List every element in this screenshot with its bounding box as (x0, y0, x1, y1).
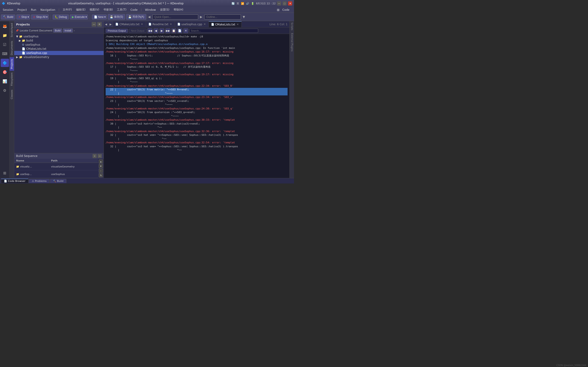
maximize-button[interactable]: □ (283, 1, 287, 6)
editor-area: ◀ ▶ 📄 CMakeLists.txt ✕ 📄 Readme.txt ✕ 📄 … (104, 21, 289, 178)
output-line: /home/evening/slam/slambook-master/ch4/u… (106, 35, 288, 39)
output-clear-button[interactable]: 📄 (177, 28, 182, 33)
vtab-filesystem[interactable]: Filesystem (10, 71, 14, 88)
vtab-projects[interactable]: Projects (10, 57, 14, 71)
output-content[interactable]: /home/evening/slam/slambook-master/ch4/u… (104, 34, 289, 178)
build-seq-swap-button[interactable]: ↕ (99, 169, 103, 173)
output-next-button[interactable]: ▶ (159, 28, 164, 33)
sidebar-grid-icon[interactable]: ⊞ (1, 169, 9, 177)
next-output-button[interactable]: Next Output (129, 29, 147, 33)
prev-output-button[interactable]: Previous Output (106, 29, 128, 33)
outline-input[interactable] (204, 15, 241, 19)
projects-panel-title: Projects (16, 23, 30, 26)
sidebar-task-icon[interactable]: ☑ (1, 40, 9, 49)
output-close-button[interactable]: ✕ (183, 28, 188, 33)
build-seq-remove-button[interactable]: ─ (98, 154, 102, 158)
outline-arrow[interactable]: ▼ (242, 15, 246, 19)
bottom-tab-build[interactable]: 🔨 Build (50, 179, 66, 183)
expand-icon: ▶ (16, 56, 18, 59)
panel-collapse-button[interactable]: ─ (92, 22, 96, 27)
menu-settings[interactable]: 设置(S) (158, 7, 171, 12)
menu-view[interactable]: 视图(V) (88, 7, 101, 12)
menubar: Session Project Run Navigation | 文件(F) 编… (0, 7, 294, 13)
tab-nav-right[interactable]: ▶ (108, 21, 113, 27)
minimize-button[interactable]: ─ (277, 1, 281, 6)
debug-button[interactable]: 🐛 Debug (52, 15, 69, 19)
save-as-button[interactable]: 💾 另存为(A) (126, 14, 146, 20)
stop-all-button[interactable]: ⊘ Stop All ▾ (31, 15, 49, 19)
tab-cmake1-close[interactable]: ✕ (141, 23, 144, 26)
vtab-scratchpad[interactable]: Scratchpad (10, 21, 14, 39)
build-seq-up-button[interactable]: ▲ (99, 159, 103, 164)
tab-nav-left[interactable]: ◀ (104, 21, 108, 27)
build-table-row[interactable]: 📁 useSop... useSophus (14, 170, 98, 178)
output-last-button[interactable]: ▶▶ (165, 28, 170, 33)
sidebar-files-icon[interactable]: 📁 (1, 31, 9, 40)
tree-item-usesophus-root[interactable]: ▼ 📁 useSophus (14, 34, 104, 39)
projects-build-button[interactable]: Build (53, 28, 62, 33)
output-line: | ^~~ (106, 126, 288, 130)
tree-item-usesophus-cpp[interactable]: ▶ 📄 useSophus.cpp (14, 51, 104, 55)
tab-readme[interactable]: 📄 Readme.txt ✕ (146, 21, 175, 27)
output-first-button[interactable]: ◀◀ (147, 28, 153, 33)
menu-edit[interactable]: 编辑(E) (74, 7, 87, 12)
quick-open-input[interactable] (152, 15, 198, 19)
sidebar-firefox-icon[interactable]: 🦊 (1, 22, 9, 30)
menu-session[interactable]: Session (1, 8, 15, 12)
new-button[interactable]: 📄 New ▾ (92, 15, 107, 19)
execute-button[interactable]: ▶ Execute ▾ (70, 15, 88, 19)
vtab-documents[interactable]: Documents (10, 39, 14, 57)
menu-code2[interactable]: Code (280, 8, 291, 12)
tree-item-visualizegeometry[interactable]: ▶ 📁 visualizeGeometry (14, 55, 104, 59)
menu-code[interactable]: Code (129, 8, 139, 12)
tab-usesophus-close[interactable]: ✕ (203, 23, 206, 26)
spacer-icon: ▶ (19, 51, 21, 55)
projects-more-button[interactable]: › (74, 29, 75, 32)
menu-bookmark[interactable]: 书签(B) (102, 7, 115, 12)
save-button[interactable]: 💾 保存(S) (108, 14, 125, 20)
close-button[interactable]: ✕ (288, 1, 292, 6)
projects-install-button[interactable]: Install (63, 28, 73, 33)
sidebar-qt-icon[interactable]: 🎯 (1, 68, 9, 76)
stop-button[interactable]: ✕ Stop ▾ (16, 15, 30, 19)
build-seq-sort-button[interactable]: ⇅ (99, 173, 103, 177)
right-vtab-scripts[interactable]: Scripts (290, 21, 294, 32)
sidebar-matlab-icon[interactable]: 📊 (1, 77, 9, 85)
menu-navigation[interactable]: Navigation (39, 8, 57, 12)
tab-readme-close[interactable]: ✕ (169, 23, 172, 26)
tree-item-usesophus-project[interactable]: ▶ ⚙ useSophus (14, 43, 104, 47)
build-table-row[interactable]: 📁 visualiz... visualizeGeometry (14, 163, 98, 170)
tab-cmake1[interactable]: 📄 CMakeLists.txt ✕ (113, 21, 146, 27)
tree-item-cmakelists[interactable]: ▶ 📄 CMakeLists.txt (14, 47, 104, 51)
output-copy-button[interactable]: 📋 (171, 28, 176, 33)
sidebar-kdevelop-icon[interactable]: 🔷 (1, 59, 9, 67)
nav-arrow-left[interactable]: ◀ (147, 15, 151, 19)
tab-cmake2[interactable]: 📄 CMakeLists.txt ✕ (209, 21, 242, 27)
menu-help[interactable]: 帮助(H) (172, 7, 185, 12)
sidebar-terminal-icon[interactable]: ⌨ (1, 50, 9, 58)
menu-run[interactable]: Run (29, 8, 38, 12)
output-line: 19 | Sophus::SO3 SO3_q( q ); (106, 77, 288, 81)
tab-usesophus[interactable]: 📄 useSophus.cpp ✕ (175, 21, 209, 27)
build-seq-add-button[interactable]: + (93, 154, 97, 158)
output-prev-button[interactable]: ◀ (153, 28, 158, 33)
build-button[interactable]: 🔨 Build (1, 15, 15, 19)
menu-tools[interactable]: 工具(T) (115, 7, 128, 12)
build-table-name-header: Name (14, 159, 49, 163)
panel-close-button[interactable]: ✕ (97, 22, 102, 27)
bottom-tab-problems[interactable]: ⚠ Problems (29, 179, 50, 183)
datetime: 8月31日 22：22 (256, 2, 276, 5)
menu-file[interactable]: 文件(F) (61, 7, 74, 12)
right-vtab-external[interactable]: External Plugins (290, 32, 294, 53)
sidebar-gear-icon[interactable]: ⚙ (1, 86, 9, 94)
output-line: /home/evening/slam/slambook-master/ch4/u… (106, 84, 288, 88)
output-search-input[interactable] (189, 29, 258, 33)
vtab-classes[interactable]: Classes (10, 88, 14, 101)
tab-cmake2-close[interactable]: ✕ (236, 23, 239, 26)
bottom-tab-code-browser[interactable]: 📄 Code Browser (1, 179, 28, 183)
build-seq-down-button[interactable]: ▼ (99, 164, 103, 168)
menu-project[interactable]: Project (16, 8, 29, 12)
tree-item-build[interactable]: ▶ 📁 build (14, 39, 104, 43)
nav-arrow-right[interactable]: ▶ (199, 15, 203, 19)
menu-window[interactable]: Window (143, 8, 157, 12)
